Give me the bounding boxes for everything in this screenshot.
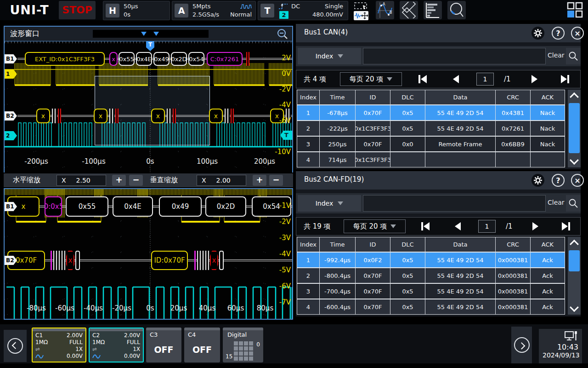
table-cell[interactable]: Nack: [530, 105, 565, 121]
math-ab-tool[interactable]: AB: [376, 1, 394, 19]
table-cell[interactable]: 55 4E 49 2D 54: [425, 252, 495, 268]
table-row[interactable]: 1-992.4µs0x0F20x555 4E 49 2D 540x000381A…: [297, 252, 567, 268]
channel3-card[interactable]: C3 OFF: [146, 328, 181, 362]
scroll-down-button[interactable]: [568, 303, 581, 315]
run-stop-button[interactable]: STOP: [59, 1, 96, 19]
bus1-close-button[interactable]: ×: [571, 27, 584, 40]
table-cell[interactable]: 1: [297, 252, 319, 268]
table-cell[interactable]: Nack: [530, 136, 565, 152]
table-cell[interactable]: 55 4E 49 2D 54: [425, 299, 495, 315]
table-cell[interactable]: 0x70F: [355, 268, 390, 283]
bus2-last-page-button[interactable]: [562, 218, 570, 235]
channel1-card[interactable]: C12.00V 1MΩFULL ⇌1X 0.00V: [32, 328, 86, 362]
hzoom-plus-button[interactable]: +: [112, 175, 126, 186]
table-cell[interactable]: 0x4381: [495, 105, 530, 121]
bus2-clear-button[interactable]: Clear: [548, 199, 565, 206]
horizontal-section[interactable]: H 50µs 0s: [103, 1, 170, 20]
table-cell[interactable]: 0x70F: [355, 105, 390, 121]
table-cell[interactable]: [425, 152, 495, 167]
bus2-help-button[interactable]: ?: [552, 174, 565, 187]
clock-panel[interactable]: 10:43 2024/09/13: [539, 329, 582, 363]
channel2-card[interactable]: C22.00V 1MΩFULL ⇌1X 0.00V: [89, 328, 144, 362]
zoom-position-bar[interactable]: [93, 30, 209, 38]
bus2-page-input[interactable]: 1: [478, 218, 496, 235]
table-cell[interactable]: 0x6BB9: [495, 136, 530, 152]
bus2-prev-page-button[interactable]: [455, 218, 461, 235]
bus2-settings-button[interactable]: [531, 174, 544, 187]
table-cell[interactable]: 250µs: [319, 136, 355, 152]
table-cell[interactable]: 0x5: [390, 299, 425, 315]
bus2-first-page-button[interactable]: [421, 218, 430, 235]
channel4-card[interactable]: C4 OFF: [184, 328, 220, 362]
table-row[interactable]: 1-678µs0x70F0x555 4E 49 2D 540x4381Nack: [297, 105, 567, 121]
table-cell[interactable]: -678µs: [319, 105, 355, 121]
table-cell[interactable]: 4: [297, 299, 319, 315]
table-cell[interactable]: 714µs: [319, 152, 355, 167]
table-row[interactable]: 4714µs0x1C3FF3F3: [297, 152, 567, 167]
bus1-clear-button[interactable]: Clear: [548, 52, 565, 59]
bus2-search-button[interactable]: [566, 195, 581, 212]
hzoom-minus-button[interactable]: −: [129, 175, 143, 186]
table-cell[interactable]: 0x70F: [355, 136, 390, 152]
table-cell[interactable]: 0x0: [390, 136, 425, 152]
bus1-scroll-thumb[interactable]: [569, 103, 580, 153]
table-cell[interactable]: 4: [297, 152, 319, 167]
table-cell[interactable]: 0x5: [390, 252, 425, 268]
table-cell[interactable]: 2: [297, 121, 319, 136]
measure-tool[interactable]: [400, 1, 418, 19]
table-cell[interactable]: 0x000381: [495, 268, 530, 283]
table-cell[interactable]: -800.4µs: [319, 268, 355, 283]
bus1-search-field-select[interactable]: Index: [298, 48, 361, 64]
table-cell[interactable]: -222µs: [319, 121, 355, 136]
scroll-down-button[interactable]: [568, 155, 581, 167]
bus2-close-button[interactable]: ×: [571, 174, 584, 187]
table-cell[interactable]: 0x5: [390, 105, 425, 121]
bus2-scrollbar[interactable]: [568, 237, 581, 315]
zoom-left-marker[interactable]: [141, 32, 147, 36]
table-cell[interactable]: Remote Frame: [425, 136, 495, 152]
bus2-search-input[interactable]: [363, 195, 546, 212]
table-cell[interactable]: [390, 152, 425, 167]
acquire-section[interactable]: A 5Mpts 2.5GSa/s Normal: [172, 1, 256, 20]
table-row[interactable]: 2-222µs0x1C3FF3F30x555 4E 49 2D 540x7261…: [297, 121, 567, 136]
scroll-channels-left-button[interactable]: [4, 330, 27, 362]
hzoom-value[interactable]: X 2.50: [57, 175, 106, 186]
bus1-first-page-button[interactable]: [418, 70, 427, 88]
vzoom-minus-button[interactable]: −: [269, 175, 283, 186]
bus1-search-input[interactable]: [363, 48, 546, 64]
table-row[interactable]: 4-600.4µs0x70F0x555 4E 49 2D 540x000381A…: [297, 299, 567, 315]
vzoom-value[interactable]: X 2.00: [197, 175, 246, 186]
table-cell[interactable]: Ack: [530, 299, 565, 315]
bus2-next-page-button[interactable]: [532, 218, 538, 235]
table-cell[interactable]: 0x000381: [495, 283, 530, 299]
select-zone-tool[interactable]: [352, 1, 370, 19]
vzoom-plus-button[interactable]: +: [253, 175, 266, 186]
table-cell[interactable]: Nack: [530, 121, 565, 136]
scroll-up-button[interactable]: [568, 90, 581, 102]
bus2-per-page-select[interactable]: 每页 20 项: [344, 219, 406, 233]
table-cell[interactable]: 0x000381: [495, 299, 530, 315]
digital-card[interactable]: Digital 0 15: [223, 328, 263, 362]
bus1-prev-page-button[interactable]: [453, 70, 459, 88]
table-cell[interactable]: 0x1C3FF3F3: [355, 152, 390, 167]
table-cell[interactable]: 0x7261: [495, 121, 530, 136]
zoom-out-icon[interactable]: [277, 28, 288, 40]
table-cell[interactable]: 0x5: [390, 268, 425, 283]
bus1-scrollbar[interactable]: [568, 90, 581, 167]
table-row[interactable]: 2-800.4µs0x70F0x555 4E 49 2D 540x000381A…: [297, 268, 567, 283]
table-cell[interactable]: 3: [297, 136, 319, 152]
table-row[interactable]: 3250µs0x70F0x0Remote Frame0x6BB9Nack: [297, 136, 567, 152]
table-cell[interactable]: [530, 152, 565, 167]
search-tool[interactable]: [447, 1, 466, 19]
table-cell[interactable]: [495, 152, 530, 167]
table-cell[interactable]: 3: [297, 283, 319, 299]
bus1-last-page-button[interactable]: [561, 70, 569, 88]
bus1-next-page-button[interactable]: [531, 70, 537, 88]
table-cell[interactable]: -700.4µs: [319, 283, 355, 299]
table-cell[interactable]: 55 4E 49 2D 54: [425, 283, 495, 299]
bus1-per-page-select[interactable]: 每页 20 项: [340, 72, 402, 86]
scroll-channels-right-button[interactable]: [511, 327, 532, 363]
table-cell[interactable]: 0x0F2: [355, 252, 390, 268]
table-cell[interactable]: 2: [297, 268, 319, 283]
bus1-settings-button[interactable]: [531, 27, 544, 40]
